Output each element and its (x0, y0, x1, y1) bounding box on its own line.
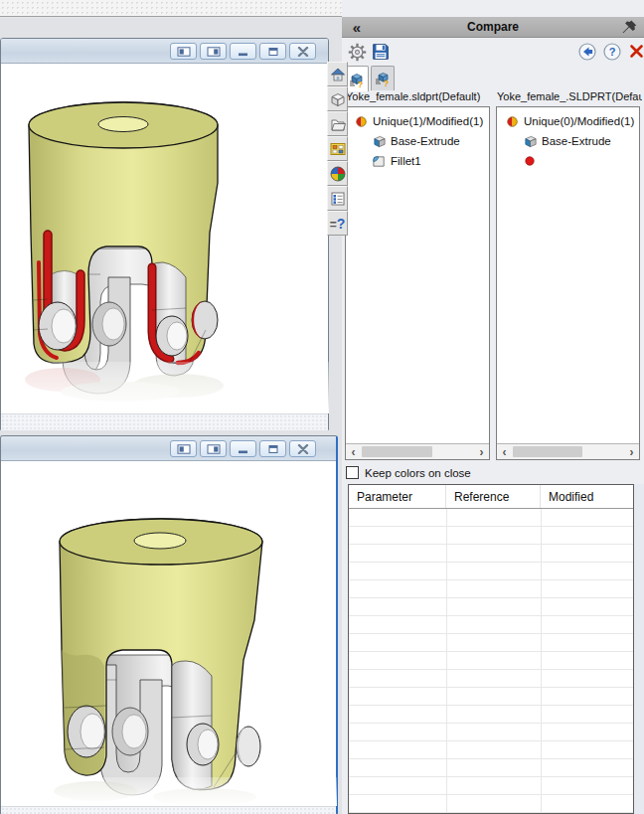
equations-icon: =? (330, 217, 346, 231)
help-button[interactable]: ? (603, 43, 621, 61)
compare-task-pane: « Compare (342, 0, 644, 814)
left-doc-name: Yoke_female.sldprt(Default) (346, 90, 493, 102)
tree-item-label: Base-Extrude (542, 135, 611, 147)
viewport1-3d-canvas[interactable] (1, 64, 328, 413)
base-extrude-icon (371, 133, 387, 149)
left-doc-tree[interactable]: Unique(1)/Modified(1) Base-Extrude Fille… (345, 106, 490, 460)
folder-icon (330, 116, 346, 132)
close-window-button[interactable] (289, 43, 316, 60)
compare-toolbar: ? (342, 40, 644, 65)
scroll-left-arrow[interactable]: ‹ (346, 444, 361, 459)
view-palette-tab[interactable] (327, 136, 348, 161)
restore-icon (266, 47, 280, 57)
keep-colors-row: Keep colors on close (346, 466, 471, 479)
custom-properties-icon (330, 191, 346, 207)
viewport2-3d-canvas[interactable] (1, 461, 336, 806)
minimize-icon (237, 444, 250, 454)
column-header-reference[interactable]: Reference (446, 485, 541, 508)
panel-title: Compare (372, 20, 614, 34)
column-divider (446, 509, 447, 813)
restore-icon (266, 444, 280, 454)
file-explorer-tab[interactable] (327, 111, 348, 136)
help-icon: ? (603, 43, 621, 61)
column-divider (541, 509, 542, 813)
scroll-right-arrow[interactable]: › (474, 444, 489, 459)
scroll-track[interactable] (512, 444, 624, 459)
tab-compare-features[interactable]: ? (345, 66, 369, 91)
compare-features-icon: ? (348, 71, 366, 88)
close-window-icon (297, 47, 309, 57)
pin-panel-button[interactable] (614, 19, 644, 36)
equations-tab[interactable]: =? (327, 211, 348, 236)
tree-item-unique-modified[interactable]: Unique(0)/Modified(1) (497, 111, 639, 131)
tab-compare-documents[interactable]: ? (371, 66, 395, 90)
restore-button[interactable] (259, 43, 286, 60)
right-doc-tree[interactable]: Unique(0)/Modified(1) Base-Extrude ‹ (496, 106, 640, 460)
pushpin-icon (621, 19, 638, 36)
keep-colors-checkbox[interactable] (346, 466, 359, 479)
column-header-parameter[interactable]: Parameter (349, 485, 446, 508)
viewport2-titlebar[interactable] (1, 436, 336, 461)
unique-modified-icon (353, 113, 369, 129)
pane-right-icon (207, 47, 221, 57)
left-tree-hscrollbar[interactable]: ‹ › (346, 443, 489, 459)
svg-text:?: ? (609, 46, 616, 58)
viewport1-bottom-strip (1, 413, 328, 430)
minimize-button[interactable] (230, 440, 256, 457)
scroll-thumb[interactable] (513, 446, 582, 457)
base-extrude-icon (522, 133, 538, 149)
save-report-button[interactable] (372, 43, 390, 61)
appearances-sphere-icon (330, 166, 346, 182)
right-tree-hscrollbar[interactable]: ‹ › (497, 443, 639, 459)
tree-item-fillet1[interactable]: Fillet1 (346, 151, 489, 171)
close-window-button[interactable] (289, 440, 316, 457)
panel-right-gutter (634, 484, 644, 814)
viewport2-bottom-strip (1, 806, 336, 814)
modified-dot-icon (522, 153, 538, 169)
column-header-modified[interactable]: Modified (541, 485, 633, 508)
pane-right-button[interactable] (200, 43, 227, 60)
tree-item-base-extrude[interactable]: Base-Extrude (346, 131, 489, 151)
table-header-row: Parameter Reference Modified (349, 485, 633, 509)
pane-right-button[interactable] (200, 440, 227, 457)
close-panel-button[interactable] (628, 43, 644, 60)
home-tab[interactable] (327, 62, 348, 86)
compare-documents-icon: ? (374, 70, 392, 87)
pane-left-button[interactable] (170, 43, 197, 60)
back-button[interactable] (578, 43, 596, 61)
tree-item-label: Base-Extrude (391, 135, 460, 147)
back-arrow-icon (578, 43, 596, 61)
comparison-table: Parameter Reference Modified (348, 484, 634, 814)
close-panel-icon (628, 43, 644, 60)
scroll-track[interactable] (361, 444, 474, 459)
viewport1-titlebar[interactable] (1, 39, 328, 64)
minimize-icon (237, 47, 250, 57)
tree-item-base-extrude[interactable]: Base-Extrude (497, 131, 639, 151)
scroll-thumb[interactable] (362, 446, 432, 457)
appearances-tab[interactable] (327, 161, 348, 186)
collapse-panel-button[interactable]: « (342, 19, 372, 36)
pane-right-icon (207, 444, 221, 454)
custom-properties-tab[interactable] (327, 186, 348, 211)
restore-button[interactable] (259, 440, 286, 457)
tree-item-label: Fillet1 (391, 155, 421, 167)
pane-left-icon (177, 444, 191, 454)
tree-item-unique-modified[interactable]: Unique(1)/Modified(1) (346, 111, 489, 131)
pane-left-button[interactable] (170, 440, 197, 457)
scroll-left-arrow[interactable]: ‹ (497, 444, 512, 459)
tree-item-label: Unique(1)/Modified(1) (373, 115, 483, 127)
yoke-model-no-fillet (1, 461, 337, 806)
unique-modified-icon (504, 113, 520, 129)
minimize-button[interactable] (230, 43, 256, 60)
viewport-window-1 (0, 38, 329, 430)
part-box-icon (330, 91, 346, 107)
save-floppy-icon (372, 43, 390, 61)
close-window-icon (297, 444, 309, 454)
table-body-empty (349, 509, 633, 813)
view-palette-icon (330, 141, 346, 157)
compare-panel-header: « Compare (342, 17, 644, 38)
design-library-tab[interactable] (327, 86, 348, 111)
scroll-right-arrow[interactable]: › (624, 444, 639, 459)
settings-button[interactable] (348, 43, 367, 62)
tree-item-modified-dot[interactable] (497, 151, 639, 171)
